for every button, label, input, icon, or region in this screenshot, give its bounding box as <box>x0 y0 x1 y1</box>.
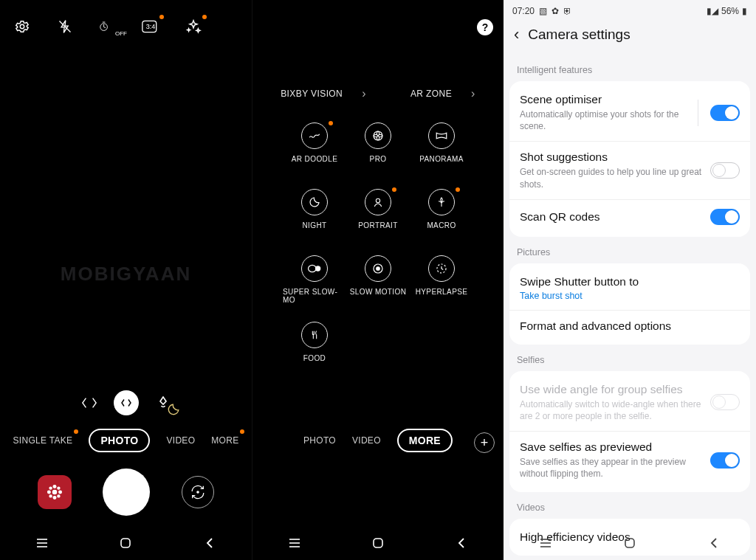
new-dot-icon <box>159 15 164 19</box>
chevron-right-icon: › <box>471 87 475 100</box>
chevron-right-icon: › <box>362 87 366 100</box>
link-label: AR ZONE <box>410 89 452 99</box>
home-icon[interactable] <box>117 536 134 550</box>
row-title: Scan QR codes <box>520 210 703 224</box>
mode-panorama[interactable]: PANORAMA <box>410 122 473 187</box>
section-pictures: Pictures <box>504 237 756 263</box>
row-shot-suggestions[interactable]: Shot suggestions Get on-screen guides to… <box>509 141 750 198</box>
mode-single-take[interactable]: SINGLE TAKE <box>13 435 73 446</box>
intelligent-card: Scene optimiser Automatically optimise y… <box>509 81 750 237</box>
mode-label: SLOW MOTION <box>350 288 407 296</box>
toggle-scene-optimiser[interactable] <box>710 105 740 121</box>
mode-label: FOOD <box>303 354 326 362</box>
mode-food[interactable]: FOOD <box>283 322 346 387</box>
back-nav-icon[interactable] <box>202 536 218 550</box>
svg-point-21 <box>316 266 320 271</box>
row-scan-qr[interactable]: Scan QR codes <box>509 199 750 234</box>
recents-icon[interactable] <box>286 536 303 550</box>
status-battery-icon: ▮ <box>742 6 747 16</box>
row-save-selfies-previewed[interactable]: Save selfies as previewed Save selfies a… <box>509 431 750 488</box>
timer-off-icon[interactable]: OFF <box>99 18 117 35</box>
mode-super-slow-mo[interactable]: SUPER SLOW-MO <box>283 255 346 320</box>
add-mode-button[interactable]: + <box>474 432 495 453</box>
row-format-advanced[interactable]: Format and advanced options <box>509 310 750 342</box>
mode-label: MACRO <box>427 221 456 229</box>
svg-rect-32 <box>625 539 634 547</box>
bixby-vision-link[interactable]: BIXBY VISION› <box>281 87 366 100</box>
row-title: Swipe Shutter button to <box>520 275 740 288</box>
gear-icon[interactable] <box>13 18 31 35</box>
toggle-scan-qr[interactable] <box>710 209 740 225</box>
zoom-wide-icon[interactable] <box>114 390 139 415</box>
mode-label: PORTRAIT <box>358 221 398 229</box>
shutter-button[interactable] <box>103 469 150 516</box>
svg-rect-28 <box>374 539 382 547</box>
new-dot-icon <box>456 187 460 192</box>
toggle-save-selfies-previewed[interactable] <box>710 452 740 469</box>
svg-point-23 <box>377 267 380 271</box>
mode-video[interactable]: VIDEO <box>352 435 381 446</box>
recents-icon[interactable] <box>537 536 554 550</box>
camera-mode-strip[interactable]: SINGLE TAKE PHOTO VIDEO MORE <box>0 429 252 452</box>
gallery-thumbnail[interactable] <box>38 475 72 509</box>
night-icon <box>301 189 328 215</box>
ar-zone-link[interactable]: AR ZONE› <box>410 87 475 100</box>
mode-photo[interactable]: PHOTO <box>303 435 336 446</box>
mode-label: PANORAMA <box>419 155 464 163</box>
aspect-ratio-label: 3:4 <box>146 23 156 30</box>
selfies-card: Use wide angle for group selfies Automat… <box>509 371 750 492</box>
svg-point-10 <box>57 486 60 489</box>
switch-camera-button[interactable] <box>182 476 214 508</box>
row-title: Format and advanced options <box>520 319 740 333</box>
row-subtitle: Get on-screen guides to help you line up… <box>520 166 703 190</box>
status-signal-icon: ▮◢ <box>707 6 718 16</box>
mode-night[interactable]: NIGHT <box>283 189 346 254</box>
flash-off-icon[interactable] <box>56 18 74 35</box>
svg-point-11 <box>49 494 52 497</box>
row-subtitle: Automatically optimise your shots for th… <box>520 108 690 132</box>
svg-point-13 <box>197 491 199 493</box>
recents-icon[interactable] <box>34 536 50 550</box>
toggle-shot-suggestions[interactable] <box>710 162 740 179</box>
camera-mode-strip[interactable]: PHOTO VIDEO MORE <box>252 429 504 452</box>
row-title: Shot suggestions <box>520 151 703 164</box>
slowmotion-icon <box>365 255 391 282</box>
zoom-row <box>0 390 252 415</box>
mode-photo[interactable]: PHOTO <box>89 429 150 452</box>
mode-slow-motion[interactable]: SLOW MOTION <box>346 255 410 320</box>
back-nav-icon[interactable] <box>453 536 470 550</box>
mode-label: NIGHT <box>302 221 326 229</box>
mode-more[interactable]: MORE <box>397 429 453 452</box>
mode-macro[interactable]: MACRO <box>410 189 473 254</box>
row-scene-optimiser[interactable]: Scene optimiser Automatically optimise y… <box>509 84 750 141</box>
aspect-ratio-icon[interactable]: 3:4 <box>142 18 159 35</box>
row-swipe-shutter[interactable]: Swipe Shutter button to Take burst shot <box>509 266 750 310</box>
mode-label: SUPER SLOW-MO <box>283 288 346 304</box>
back-icon[interactable]: ‹ <box>514 27 519 43</box>
home-icon[interactable] <box>370 536 386 550</box>
back-nav-icon[interactable] <box>706 536 722 550</box>
row-title: Scene optimiser <box>520 93 690 106</box>
mode-more[interactable]: MORE <box>211 435 238 446</box>
portrait-icon <box>365 189 391 215</box>
mode-portrait[interactable]: PORTRAIT <box>346 189 410 254</box>
svg-point-6 <box>53 496 57 499</box>
home-icon[interactable] <box>622 536 638 550</box>
mode-label: MORE <box>211 435 238 446</box>
mode-ar-doodle[interactable]: AR DOODLE <box>283 122 346 187</box>
night-indicator-icon <box>167 403 180 416</box>
svg-point-12 <box>57 494 60 497</box>
row-subtitle: Automatically switch to wide-angle when … <box>520 398 703 422</box>
svg-point-20 <box>309 265 317 272</box>
help-icon[interactable]: ? <box>477 19 493 35</box>
mode-hyperlapse[interactable]: HYPERLAPSE <box>410 255 473 320</box>
shutter-row <box>0 469 252 516</box>
filters-icon[interactable] <box>185 18 202 35</box>
zoom-ultrawide-icon[interactable] <box>80 393 99 412</box>
pictures-card: Swipe Shutter button to Take burst shot … <box>509 263 750 345</box>
mode-pro[interactable]: PRO <box>346 122 410 187</box>
panorama-icon <box>428 122 455 149</box>
new-dot-icon <box>329 121 333 125</box>
mode-video[interactable]: VIDEO <box>166 435 195 446</box>
new-dot-icon <box>240 429 244 434</box>
